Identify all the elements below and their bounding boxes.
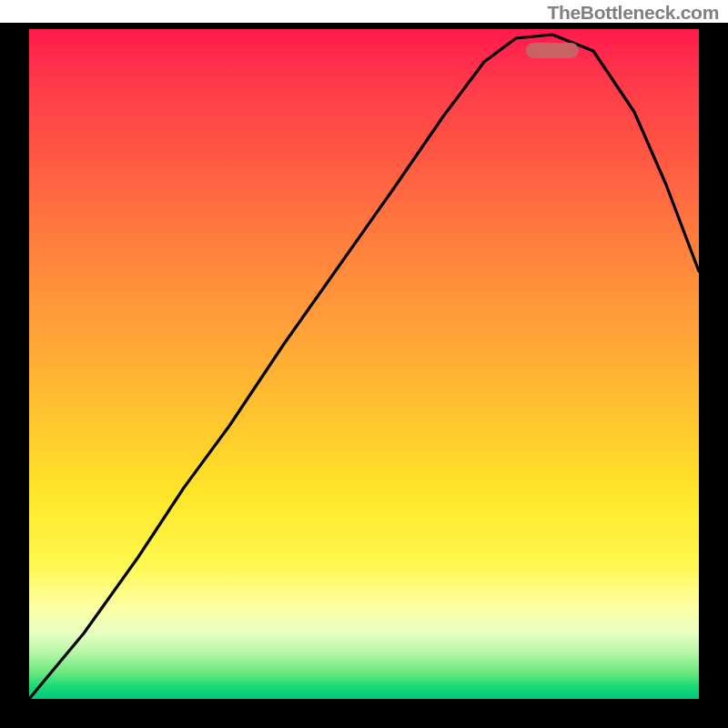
frame-edge-left (0, 23, 29, 728)
frame-edge-bottom (0, 699, 728, 728)
bottleneck-curve (29, 29, 699, 699)
watermark-label: TheBottleneck.com (547, 2, 719, 24)
frame-edge-top (0, 23, 728, 29)
chart-frame: TheBottleneck.com (0, 0, 728, 728)
optimal-marker (526, 43, 579, 58)
frame-edge-right (699, 23, 728, 728)
plot-area (29, 29, 699, 699)
